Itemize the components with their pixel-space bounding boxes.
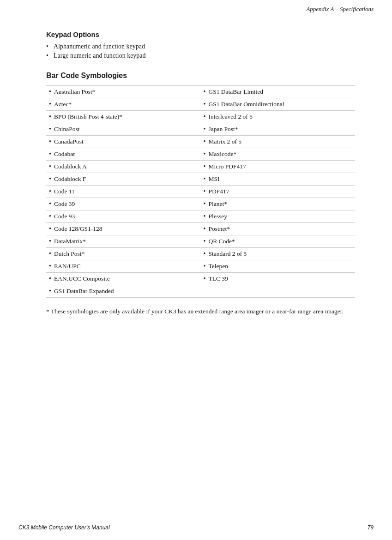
- cell-text-right: Planet*: [208, 200, 227, 208]
- table-cell-left: •DataMatrix*: [46, 235, 201, 248]
- bullet-icon: •: [204, 101, 206, 108]
- bullet-icon: •: [49, 113, 51, 120]
- symbology-table: •Australian Post*•GS1 DataBar Limited•Az…: [46, 85, 355, 298]
- cell-text-left: Codablock F: [54, 175, 86, 183]
- cell-text-left: Codabar: [54, 150, 75, 158]
- table-cell-left: •Code 11: [46, 186, 201, 198]
- table-cell-left: •Code 93: [46, 210, 201, 223]
- list-item: Large numeric and function keypad: [46, 51, 355, 60]
- bullet-icon: •: [204, 150, 206, 158]
- table-cell-right: •Matrix 2 of 5: [201, 136, 356, 148]
- table-cell-left: •EAN/UPC: [46, 260, 201, 273]
- table-cell-right: •PDF417: [201, 186, 356, 198]
- table-row: •Code 39•Planet*: [46, 198, 355, 210]
- table-cell-right: •Plessey: [201, 210, 356, 223]
- cell-text-right: GS1 DataBar Omnidirectional: [208, 101, 284, 108]
- bullet-icon: •: [49, 250, 51, 258]
- bullet-icon: •: [49, 213, 51, 220]
- cell-text-right: QR Code*: [208, 238, 235, 245]
- table-cell-left: •EAN.UCC Composite: [46, 273, 201, 285]
- table-cell-left: •Dutch Post*: [46, 248, 201, 260]
- page-content: Keypad Options Alphanumeric and function…: [0, 17, 392, 344]
- cell-text-left: Australian Post*: [54, 88, 96, 96]
- table-cell-right: •GS1 DataBar Omnidirectional: [201, 98, 356, 111]
- cell-text-left: EAN/UPC: [54, 263, 81, 270]
- table-row: •Dutch Post*•Standard 2 of 5: [46, 248, 355, 260]
- table-row: •Aztec*•GS1 DataBar Omnidirectional: [46, 98, 355, 111]
- table-row: •Codablock F•MSI: [46, 173, 355, 186]
- table-cell-right: •Telepen: [201, 260, 356, 273]
- bullet-icon: •: [49, 263, 51, 270]
- table-cell-left: •GS1 DataBar Expanded: [46, 285, 201, 298]
- table-cell-left: •Australian Post*: [46, 86, 201, 98]
- bullet-icon: •: [49, 275, 51, 282]
- table-row: •EAN.UCC Composite•TLC 39: [46, 273, 355, 285]
- table-cell-left: •Aztec*: [46, 98, 201, 111]
- table-row: •Australian Post*•GS1 DataBar Limited: [46, 86, 355, 98]
- bullet-icon: •: [204, 88, 206, 96]
- table-cell-left: •Codablock A: [46, 161, 201, 173]
- bullet-icon: •: [49, 238, 51, 245]
- cell-text-left: Codablock A: [54, 163, 87, 170]
- cell-text-right: Japan Post*: [208, 126, 238, 133]
- footnote: * These symbologies are only available i…: [46, 307, 355, 316]
- table-row: •CanadaPost•Matrix 2 of 5: [46, 136, 355, 148]
- list-item: Alphanumeric and function keypad: [46, 42, 355, 51]
- cell-text-right: Plessey: [208, 213, 227, 220]
- cell-text-right: Postnet*: [208, 225, 230, 233]
- footer-left: CK3 Mobile Computer User's Manual: [18, 524, 110, 531]
- cell-text-left: GS1 DataBar Expanded: [54, 288, 114, 295]
- table-cell-left: •BPO (British Post 4-state)*: [46, 111, 201, 123]
- cell-text-left: Code 39: [54, 200, 75, 208]
- bullet-icon: •: [49, 175, 51, 183]
- bullet-icon: •: [204, 225, 206, 233]
- bullet-icon: •: [204, 175, 206, 183]
- cell-text-right: Matrix 2 of 5: [208, 138, 241, 145]
- cell-text-right: GS1 DataBar Limited: [208, 88, 263, 96]
- cell-text-right: Standard 2 of 5: [208, 250, 247, 258]
- cell-text-right: PDF417: [208, 188, 229, 195]
- bullet-icon: •: [204, 138, 206, 145]
- table-cell-right: •Micro PDF417: [201, 161, 356, 173]
- table-cell-right: •Maxicode*: [201, 148, 356, 161]
- table-row: •Code 128/GS1-128•Postnet*: [46, 223, 355, 235]
- keypad-options-list: Alphanumeric and function keypad Large n…: [46, 42, 355, 60]
- table-cell-left: •ChinaPost: [46, 123, 201, 136]
- bullet-icon: •: [204, 200, 206, 208]
- bullet-icon: •: [49, 163, 51, 170]
- table-row: •Codablock A•Micro PDF417: [46, 161, 355, 173]
- cell-text-right: Interleaved 2 of 5: [208, 113, 253, 120]
- bullet-icon: •: [204, 275, 206, 282]
- bullet-icon: •: [204, 250, 206, 258]
- footer-right: 79: [368, 524, 374, 531]
- table-cell-right: •TLC 39: [201, 273, 356, 285]
- table-cell-right: •GS1 DataBar Limited: [201, 86, 356, 98]
- bullet-icon: •: [204, 263, 206, 270]
- cell-text-right: MSI: [208, 175, 219, 183]
- cell-text-left: Code 93: [54, 213, 75, 220]
- cell-text-left: Code 128/GS1-128: [54, 225, 103, 233]
- bullet-icon: •: [49, 200, 51, 208]
- page-footer: CK3 Mobile Computer User's Manual 79: [0, 524, 392, 531]
- barcode-section-title: Bar Code Symbologies: [46, 72, 355, 80]
- cell-text-left: CanadaPost: [54, 138, 84, 145]
- cell-text-left: ChinaPost: [54, 126, 80, 133]
- table-cell-right: •Planet*: [201, 198, 356, 210]
- bullet-icon: •: [49, 150, 51, 158]
- table-row: •EAN/UPC•Telepen: [46, 260, 355, 273]
- table-cell-right: •Standard 2 of 5: [201, 248, 356, 260]
- cell-text-left: Dutch Post*: [54, 250, 84, 258]
- table-row: •Code 11•PDF417: [46, 186, 355, 198]
- table-cell-left: •Codabar: [46, 148, 201, 161]
- bullet-icon: •: [49, 225, 51, 233]
- cell-text-right: TLC 39: [208, 275, 228, 282]
- cell-text-left: DataMatrix*: [54, 238, 86, 245]
- bullet-icon: •: [204, 126, 206, 133]
- bullet-icon: •: [49, 88, 51, 96]
- bullet-icon: •: [49, 138, 51, 145]
- table-cell-left: •CanadaPost: [46, 136, 201, 148]
- table-cell-right: •Postnet*: [201, 223, 356, 235]
- table-cell-right: •Japan Post*: [201, 123, 356, 136]
- cell-text-left: Aztec*: [54, 101, 72, 108]
- cell-text-left: EAN.UCC Composite: [54, 275, 110, 282]
